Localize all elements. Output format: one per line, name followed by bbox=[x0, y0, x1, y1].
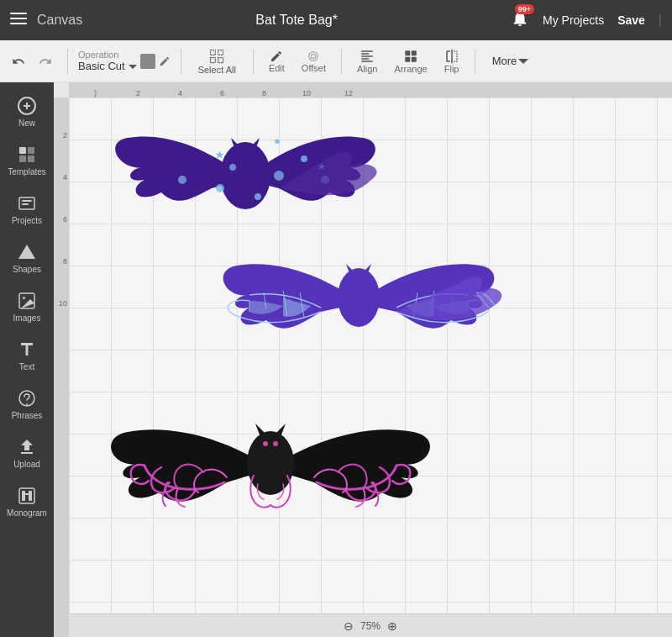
operation-group: Operation Basic Cut bbox=[78, 50, 171, 72]
svg-rect-30 bbox=[29, 491, 32, 501]
select-all-icon bbox=[208, 48, 225, 65]
project-title: Bat Tote Bag* bbox=[92, 13, 501, 28]
svg-rect-6 bbox=[218, 57, 223, 62]
ruler-top: ) 2 4 6 8 10 12 bbox=[69, 82, 672, 97]
arrange-button[interactable]: Arrange bbox=[389, 47, 432, 76]
sidebar-item-images-label: Images bbox=[13, 313, 41, 323]
zoom-in-button[interactable]: ⊕ bbox=[387, 619, 397, 633]
divider-4 bbox=[341, 49, 342, 74]
svg-rect-21 bbox=[22, 200, 32, 202]
edit-label: Edit bbox=[269, 63, 285, 73]
sidebar-item-monogram-label: Monogram bbox=[7, 508, 47, 518]
svg-rect-9 bbox=[405, 50, 410, 55]
sidebar-item-phrases[interactable]: Phrases bbox=[3, 382, 50, 427]
divider-1 bbox=[67, 49, 68, 74]
sidebar: New Templates Projects Shapes bbox=[0, 82, 54, 637]
svg-rect-22 bbox=[22, 203, 29, 205]
bottom-bar: ⊖ 75% ⊕ bbox=[69, 613, 672, 637]
align-button[interactable]: Align bbox=[352, 47, 382, 76]
ruler-left: 2 4 6 8 10 bbox=[54, 97, 69, 637]
arrange-label: Arrange bbox=[394, 64, 427, 74]
color-swatch[interactable] bbox=[140, 54, 155, 69]
svg-rect-28 bbox=[19, 488, 34, 503]
more-label: More bbox=[492, 55, 517, 67]
svg-marker-37 bbox=[274, 138, 281, 145]
svg-rect-1 bbox=[10, 18, 27, 19]
svg-point-65 bbox=[273, 441, 278, 446]
svg-point-64 bbox=[263, 441, 268, 446]
svg-rect-2 bbox=[10, 23, 27, 24]
operation-label: Operation bbox=[78, 50, 137, 60]
sidebar-item-upload[interactable]: Upload bbox=[3, 430, 50, 476]
edit-pen-icon bbox=[159, 55, 171, 67]
svg-point-8 bbox=[312, 54, 316, 58]
bat-2[interactable] bbox=[203, 240, 514, 366]
canvas-area[interactable]: ) 2 4 6 8 10 12 2 4 6 8 10 bbox=[54, 82, 672, 637]
flip-button[interactable]: Flip bbox=[439, 47, 465, 76]
more-button[interactable]: More bbox=[486, 51, 536, 71]
edit-button[interactable]: Edit bbox=[264, 48, 290, 75]
svg-point-27 bbox=[26, 403, 28, 405]
svg-point-25 bbox=[23, 297, 25, 299]
navbar-right: 99+ My Projects Save | bbox=[511, 9, 662, 32]
toolbar: Operation Basic Cut Select All Edit Offs… bbox=[0, 40, 672, 82]
svg-point-61 bbox=[255, 433, 286, 460]
select-all-label: Select All bbox=[198, 65, 236, 75]
offset-button[interactable]: Offset bbox=[297, 48, 331, 75]
redo-button[interactable] bbox=[34, 51, 57, 71]
sidebar-item-new[interactable]: New bbox=[3, 89, 50, 134]
svg-point-45 bbox=[178, 176, 186, 184]
svg-rect-3 bbox=[211, 50, 216, 55]
sidebar-item-upload-label: Upload bbox=[13, 460, 40, 469]
svg-rect-19 bbox=[28, 155, 34, 162]
svg-rect-29 bbox=[22, 491, 25, 501]
svg-marker-36 bbox=[216, 151, 224, 159]
my-projects-link[interactable]: My Projects bbox=[543, 13, 604, 27]
flip-label: Flip bbox=[444, 64, 459, 74]
notification-badge: 99+ bbox=[515, 4, 534, 14]
divider-2 bbox=[181, 49, 181, 74]
sidebar-item-images[interactable]: Images bbox=[3, 284, 50, 329]
sidebar-item-shapes-label: Shapes bbox=[13, 265, 41, 274]
main-area: New Templates Projects Shapes bbox=[0, 82, 672, 637]
sidebar-item-monogram[interactable]: Monogram bbox=[3, 479, 50, 524]
zoom-out-button[interactable]: ⊖ bbox=[344, 619, 354, 633]
operation-selector[interactable]: Operation Basic Cut bbox=[78, 50, 137, 72]
svg-rect-12 bbox=[412, 56, 417, 61]
undo-button[interactable] bbox=[7, 51, 30, 71]
sidebar-item-text[interactable]: Text bbox=[3, 333, 50, 378]
svg-point-47 bbox=[345, 271, 372, 293]
bat-3[interactable] bbox=[94, 400, 447, 539]
svg-marker-62 bbox=[255, 424, 267, 437]
align-label: Align bbox=[357, 64, 377, 74]
svg-rect-18 bbox=[19, 155, 26, 162]
svg-point-7 bbox=[309, 51, 318, 61]
save-button[interactable]: Save bbox=[617, 13, 645, 27]
svg-rect-4 bbox=[218, 50, 223, 55]
sidebar-item-templates-label: Templates bbox=[8, 167, 46, 176]
menu-icon[interactable] bbox=[10, 10, 27, 31]
app-title: Canvas bbox=[37, 13, 82, 28]
canvas-grid[interactable] bbox=[69, 97, 672, 613]
svg-rect-16 bbox=[19, 147, 26, 154]
operation-value: Basic Cut bbox=[78, 60, 125, 72]
bat-1[interactable] bbox=[111, 113, 380, 247]
navbar: Canvas Bat Tote Bag* 99+ My Projects Sav… bbox=[0, 0, 672, 40]
svg-rect-31 bbox=[25, 493, 29, 495]
svg-point-41 bbox=[255, 193, 261, 200]
sidebar-item-templates[interactable]: Templates bbox=[3, 138, 50, 183]
zoom-level: 75% bbox=[360, 620, 381, 632]
svg-rect-17 bbox=[28, 147, 34, 154]
svg-point-39 bbox=[216, 184, 224, 192]
sidebar-item-projects[interactable]: Projects bbox=[3, 187, 50, 232]
sidebar-item-projects-label: Projects bbox=[12, 216, 42, 225]
undo-redo-group bbox=[7, 51, 57, 71]
notification-bell[interactable]: 99+ bbox=[511, 9, 529, 32]
svg-point-40 bbox=[229, 164, 236, 171]
navbar-divider: | bbox=[659, 13, 662, 28]
svg-rect-5 bbox=[211, 57, 216, 62]
sidebar-item-shapes[interactable]: Shapes bbox=[3, 235, 50, 281]
svg-marker-23 bbox=[18, 245, 35, 259]
select-all-button[interactable]: Select All bbox=[192, 46, 243, 76]
svg-marker-63 bbox=[274, 424, 286, 437]
